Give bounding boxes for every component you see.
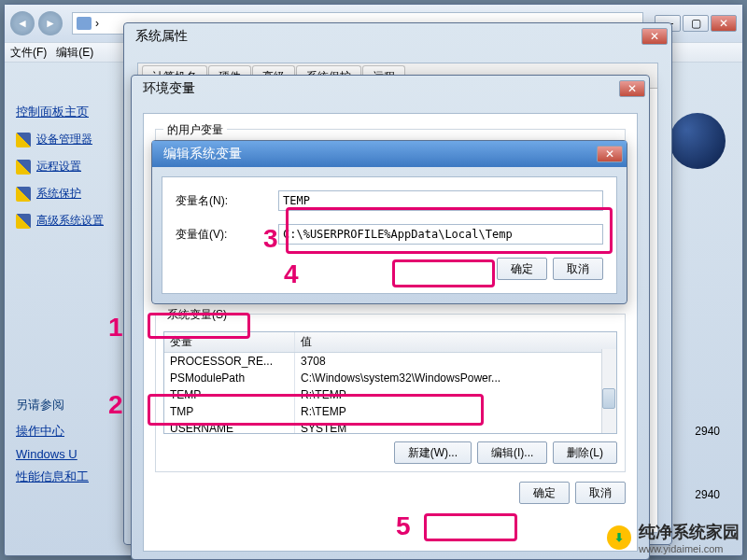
close-button[interactable]: ✕ <box>711 15 737 32</box>
see-also-header: 另请参阅 <box>16 397 137 413</box>
shield-icon <box>16 214 31 229</box>
shield-icon <box>16 187 31 202</box>
envvars-cancel-button[interactable]: 取消 <box>575 482 626 504</box>
table-row: TMPR:\TEMP <box>164 403 616 420</box>
editvar-title: 编辑系统变量 <box>163 146 595 162</box>
table-row: PSModulePathC:\Windows\system32\WindowsP… <box>164 370 616 386</box>
table-row: TEMPR:\TEMP <box>164 386 616 403</box>
back-button[interactable]: ◄ <box>10 11 35 35</box>
sysprops-close-button[interactable]: ✕ <box>641 28 668 45</box>
nav-device-manager[interactable]: 设备管理器 <box>16 132 137 147</box>
table-row: PROCESSOR_RE...3708 <box>164 353 616 370</box>
computer-icon <box>77 17 92 30</box>
menu-file[interactable]: 文件(F) <box>10 45 47 61</box>
shield-icon <box>16 133 31 147</box>
label-var-name: 变量名(N): <box>176 193 278 209</box>
system-vars-group: 系统变量(S) 变量 值 PROCESSOR_RE...3708 PSModul… <box>155 314 626 472</box>
editvar-close-button[interactable]: ✕ <box>597 146 623 162</box>
link-windows-u[interactable]: Windows U <box>16 447 137 461</box>
link-action-center[interactable]: 操作中心 <box>16 423 137 440</box>
right-pane-numbers: 2940 2940 <box>695 425 720 501</box>
col-variable[interactable]: 变量 <box>164 332 295 352</box>
watermark-logo-icon: ⬇ <box>607 525 631 550</box>
link-perf-info[interactable]: 性能信息和工 <box>16 469 137 485</box>
table-row: USERNAMESYSTEM <box>164 420 616 434</box>
col-value[interactable]: 值 <box>295 332 616 352</box>
shield-icon <box>16 160 31 175</box>
nav-protection[interactable]: 系统保护 <box>16 186 137 202</box>
watermark-url: www.yidaimei.com <box>639 543 740 554</box>
sys-edit-button[interactable]: 编辑(I)... <box>477 441 547 464</box>
envvars-close-button[interactable]: ✕ <box>619 80 645 97</box>
editvar-ok-button[interactable]: 确定 <box>497 258 547 280</box>
menu-edit[interactable]: 编辑(E) <box>56 45 93 61</box>
nav-home[interactable]: 控制面板主页 <box>16 104 137 120</box>
system-vars-legend: 系统变量(S) <box>163 307 231 323</box>
nav-remote[interactable]: 远程设置 <box>16 159 137 175</box>
breadcrumb-chevron: › <box>95 17 99 30</box>
sysprops-title: 系统属性 <box>135 28 640 45</box>
var-name-input[interactable] <box>278 190 603 211</box>
label-var-value: 变量值(V): <box>176 227 278 243</box>
left-nav: 控制面板主页 设备管理器 远程设置 系统保护 高级系统设置 另请参阅 操作中心 … <box>16 104 137 493</box>
sys-delete-button[interactable]: 删除(L) <box>553 441 617 464</box>
maximize-button[interactable]: ▢ <box>683 15 709 32</box>
edit-sys-var-dialog: 编辑系统变量 ✕ 变量名(N): 变量值(V): 确定 取消 <box>151 140 627 304</box>
watermark-brand: 纯净系统家园 <box>639 521 740 543</box>
user-vars-legend: 的用户变量 <box>163 122 227 138</box>
var-value-input[interactable] <box>278 224 603 245</box>
scrollbar-thumb[interactable] <box>602 388 615 409</box>
oobe-globe-icon <box>669 113 726 169</box>
watermark: ⬇ 纯净系统家园 www.yidaimei.com <box>607 521 740 554</box>
system-vars-list[interactable]: 变量 值 PROCESSOR_RE...3708 PSModulePathC:\… <box>163 331 617 434</box>
envvars-ok-button[interactable]: 确定 <box>519 482 570 504</box>
nav-advanced[interactable]: 高级系统设置 <box>16 213 137 229</box>
sys-new-button[interactable]: 新建(W)... <box>394 441 472 464</box>
envvars-title: 环境变量 <box>143 80 617 97</box>
forward-button[interactable]: ► <box>38 11 63 35</box>
editvar-cancel-button[interactable]: 取消 <box>553 258 603 280</box>
